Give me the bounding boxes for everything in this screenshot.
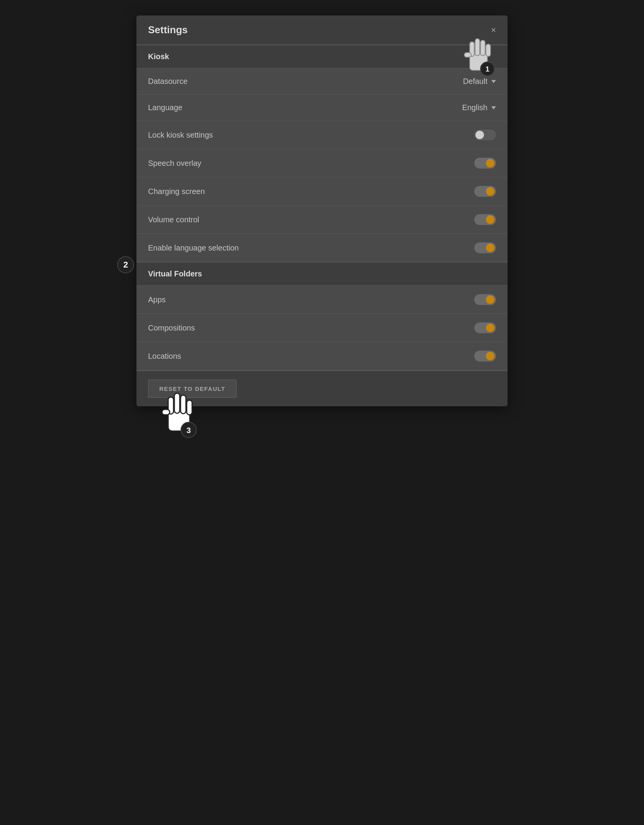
- language-value: English: [462, 103, 487, 112]
- speech-overlay-label: Speech overlay: [148, 159, 201, 168]
- annotation-2-marker: 2: [117, 256, 134, 273]
- settings-title: Settings: [148, 24, 188, 36]
- charging-screen-thumb: [486, 187, 494, 196]
- section-header-kiosk: Kiosk: [136, 45, 508, 68]
- datasource-dropdown[interactable]: Default: [463, 77, 496, 86]
- language-row: Language English: [136, 95, 508, 121]
- lock-kiosk-thumb: [475, 131, 484, 139]
- speech-overlay-row: Speech overlay: [136, 149, 508, 177]
- lock-kiosk-label: Lock kiosk settings: [148, 131, 213, 140]
- datasource-row: Datasource Default: [136, 68, 508, 95]
- outer-wrapper: 2 Settings ×: [136, 15, 508, 406]
- volume-control-thumb: [486, 215, 494, 224]
- close-button[interactable]: ×: [491, 26, 496, 34]
- svg-text:3: 3: [186, 426, 191, 435]
- enable-language-row: Enable language selection: [136, 234, 508, 262]
- language-label: Language: [148, 103, 182, 112]
- svg-point-14: [181, 422, 196, 438]
- compositions-thumb: [486, 324, 494, 332]
- speech-overlay-toggle[interactable]: [474, 158, 496, 169]
- volume-control-toggle[interactable]: [474, 214, 496, 225]
- section-header-virtual-folders: Virtual Folders: [136, 262, 508, 286]
- virtual-folders-label: Virtual Folders: [148, 269, 202, 278]
- settings-header: Settings ×: [136, 15, 508, 45]
- enable-language-thumb: [486, 244, 494, 252]
- charging-screen-toggle[interactable]: [474, 186, 496, 197]
- compositions-toggle[interactable]: [474, 322, 496, 333]
- lock-kiosk-row: Lock kiosk settings: [136, 121, 508, 149]
- lock-kiosk-toggle[interactable]: [474, 130, 496, 140]
- language-dropdown[interactable]: English: [462, 103, 496, 112]
- datasource-dropdown-arrow: [491, 80, 496, 83]
- svg-rect-8: [168, 408, 190, 431]
- kiosk-section-label: Kiosk: [148, 52, 169, 61]
- enable-language-label: Enable language selection: [148, 244, 239, 252]
- charging-screen-label: Charging screen: [148, 187, 205, 196]
- datasource-label: Datasource: [148, 77, 187, 86]
- compositions-row: Compositions: [136, 314, 508, 342]
- volume-control-label: Volume control: [148, 215, 199, 224]
- locations-thumb: [486, 352, 494, 360]
- locations-label: Locations: [148, 352, 181, 361]
- apps-thumb: [486, 295, 494, 304]
- settings-dialog: Settings × 1: [136, 15, 508, 406]
- compositions-label: Compositions: [148, 324, 195, 332]
- datasource-value: Default: [463, 77, 487, 86]
- language-dropdown-arrow: [491, 106, 496, 109]
- speech-overlay-thumb: [486, 159, 494, 167]
- settings-footer: RESET TO DEFAULT: [136, 370, 508, 406]
- svg-rect-13: [162, 409, 170, 415]
- apps-row: Apps: [136, 286, 508, 314]
- volume-control-row: Volume control: [136, 206, 508, 234]
- enable-language-toggle[interactable]: [474, 242, 496, 253]
- reset-to-default-button[interactable]: RESET TO DEFAULT: [148, 380, 237, 398]
- locations-toggle[interactable]: [474, 351, 496, 361]
- apps-label: Apps: [148, 295, 166, 304]
- charging-screen-row: Charging screen: [136, 177, 508, 206]
- locations-row: Locations: [136, 342, 508, 370]
- apps-toggle[interactable]: [474, 294, 496, 305]
- annotation-circle-2: 2: [117, 256, 134, 273]
